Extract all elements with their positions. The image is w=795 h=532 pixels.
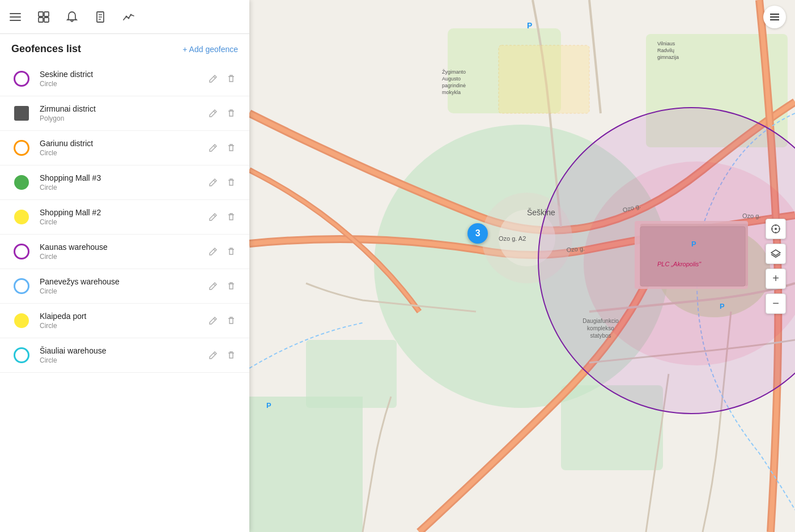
geofence-icon-panevezys-warehouse [11, 276, 32, 296]
edit-button-shopping-mall-2[interactable] [206, 210, 220, 224]
delete-button-gariunu-district[interactable] [224, 141, 238, 155]
geofence-icon-klaipeda-port [11, 310, 32, 331]
svg-line-17 [214, 180, 215, 182]
edit-button-zirmunai-district[interactable] [206, 107, 220, 120]
geofence-info-gariunu-district: Gariunu district Circle [40, 139, 198, 157]
svg-text:P: P [691, 240, 696, 248]
svg-rect-5 [39, 18, 43, 22]
geofence-item-shopping-mall-3[interactable]: Shopping Mall #3 Circle [0, 165, 249, 200]
hamburger-menu-icon[interactable] [9, 11, 22, 23]
svg-point-81 [775, 228, 777, 230]
geofence-item-shopping-mall-2[interactable]: Shopping Mall #2 Circle [0, 200, 249, 235]
zoom-in-button[interactable]: + [766, 269, 786, 289]
geofence-type-klaipeda-port: Circle [40, 322, 198, 330]
geofence-type-panevezys-warehouse: Circle [40, 287, 198, 295]
delete-button-shopping-mall-2[interactable] [224, 210, 238, 224]
edit-button-klaipeda-port[interactable] [206, 314, 220, 327]
geofence-name-shopping-mall-3: Shopping Mall #3 [40, 173, 198, 182]
geofence-item-seskine-district[interactable]: Seskine district Circle [0, 62, 249, 96]
add-geofence-button[interactable]: + Add geofence [182, 45, 238, 54]
svg-text:Daugiafunkcio: Daugiafunkcio [583, 318, 619, 324]
svg-line-14 [214, 76, 215, 78]
geofence-name-klaipeda-port: Klaipeda port [40, 312, 198, 321]
edit-button-gariunu-district[interactable] [206, 141, 220, 155]
geofence-name-gariunu-district: Gariunu district [40, 139, 198, 148]
layers-button[interactable] [766, 244, 786, 264]
geofence-info-kaunas-warehouse: Kaunas warehouse Circle [40, 242, 198, 261]
delete-button-kaunas-warehouse[interactable] [224, 245, 238, 258]
geofence-name-zirmunai-district: Zirmunai district [40, 104, 198, 113]
svg-text:Ozo g. A2: Ozo g. A2 [499, 235, 526, 242]
edit-button-siauliai-warehouse[interactable] [206, 348, 220, 362]
svg-text:Žygimanto: Žygimanto [442, 69, 466, 75]
svg-line-22 [214, 353, 215, 355]
geofence-actions-siauliai-warehouse [206, 348, 238, 362]
geofences-header: Geofences list + Add geofence [0, 34, 249, 62]
map-controls: + − [766, 219, 786, 314]
geofence-list: Seskine district Circle Zirmunai distric… [0, 62, 249, 532]
geofence-type-gariunu-district: Circle [40, 149, 198, 157]
sidebar: Geofences list + Add geofence Seskine di… [0, 0, 249, 532]
svg-text:mokykla: mokykla [442, 90, 461, 95]
delete-button-siauliai-warehouse[interactable] [224, 348, 238, 362]
geofence-item-klaipeda-port[interactable]: Klaipeda port Circle [0, 304, 249, 338]
geofence-item-siauliai-warehouse[interactable]: Šiauliai warehouse Circle [0, 338, 249, 373]
zoom-out-button[interactable]: − [766, 293, 786, 314]
edit-button-kaunas-warehouse[interactable] [206, 245, 220, 258]
geofence-icon-siauliai-warehouse [11, 345, 32, 365]
delete-button-seskine-district[interactable] [224, 72, 238, 86]
geofence-item-kaunas-warehouse[interactable]: Kaunas warehouse Circle [0, 235, 249, 269]
geofence-type-zirmunai-district: Polygon [40, 114, 198, 122]
geofence-item-panevezys-warehouse[interactable]: Panevežys warehouse Circle [0, 269, 249, 304]
selection-icon[interactable] [37, 11, 50, 23]
reports-icon[interactable] [94, 11, 107, 23]
svg-text:P: P [527, 21, 532, 30]
geofence-info-klaipeda-port: Klaipeda port Circle [40, 312, 198, 330]
geofence-actions-klaipeda-port [206, 314, 238, 327]
svg-text:Radvilų: Radvilų [657, 48, 674, 53]
svg-point-11 [126, 15, 127, 17]
svg-rect-29 [249, 397, 363, 532]
geofence-info-shopping-mall-3: Shopping Mall #3 Circle [40, 173, 198, 191]
geofence-name-kaunas-warehouse: Kaunas warehouse [40, 242, 198, 252]
geofence-info-zirmunai-district: Zirmunai district Polygon [40, 104, 198, 122]
geofence-actions-seskine-district [206, 72, 238, 86]
notifications-icon[interactable] [66, 11, 78, 23]
delete-button-panevezys-warehouse[interactable] [224, 279, 238, 293]
geofence-item-zirmunai-district[interactable]: Zirmunai district Polygon [0, 96, 249, 131]
delete-button-zirmunai-district[interactable] [224, 107, 238, 120]
geofence-icon-seskine-district [11, 69, 32, 89]
delete-button-shopping-mall-3[interactable] [224, 176, 238, 189]
edit-button-shopping-mall-3[interactable] [206, 176, 220, 189]
geofence-icon-kaunas-warehouse [11, 241, 32, 262]
geofences-title: Geofences list [11, 43, 81, 55]
svg-point-13 [130, 14, 132, 15]
geofence-info-siauliai-warehouse: Šiauliai warehouse Circle [40, 346, 198, 364]
geofence-type-shopping-mall-3: Circle [40, 184, 198, 191]
geofence-type-shopping-mall-2: Circle [40, 218, 198, 226]
geofence-item-gariunu-district[interactable]: Gariunu district Circle [0, 131, 249, 165]
geofence-name-seskine-district: Seskine district [40, 70, 198, 79]
edit-button-panevezys-warehouse[interactable] [206, 279, 220, 293]
geofence-name-shopping-mall-2: Shopping Mall #2 [40, 208, 198, 217]
geofence-type-seskine-district: Circle [40, 80, 198, 88]
svg-text:statybos: statybos [590, 333, 611, 339]
svg-rect-4 [44, 12, 49, 16]
svg-rect-45 [499, 45, 589, 113]
geofence-icon-shopping-mall-3 [11, 172, 32, 193]
edit-button-seskine-district[interactable] [206, 72, 220, 86]
svg-text:PLC „Akropolis": PLC „Akropolis" [657, 261, 702, 267]
map-menu-button[interactable] [763, 6, 786, 28]
geofence-icon-gariunu-district [11, 138, 32, 158]
geofence-icon-zirmunai-district [11, 103, 32, 124]
map-area[interactable]: Ozo g. Ozo g. Ozo g. P P P P P P PLC „Ak… [249, 0, 795, 532]
delete-button-klaipeda-port[interactable] [224, 314, 238, 327]
svg-line-16 [214, 146, 215, 147]
geofence-icon-shopping-mall-2 [11, 207, 32, 227]
geofence-info-seskine-district: Seskine district Circle [40, 70, 198, 88]
locate-button[interactable] [766, 219, 786, 239]
svg-rect-3 [39, 12, 43, 16]
svg-text:P: P [720, 302, 725, 310]
analytics-icon[interactable] [122, 11, 135, 23]
top-nav [0, 0, 249, 34]
